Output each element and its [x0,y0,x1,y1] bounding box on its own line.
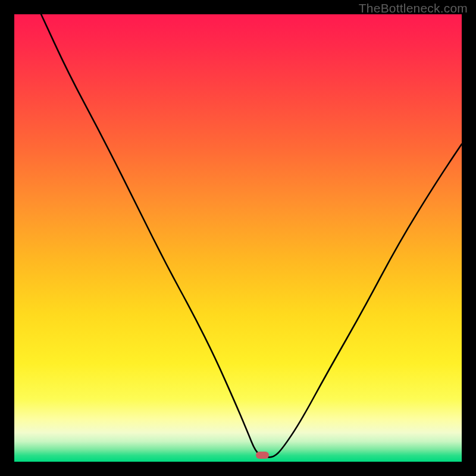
bottleneck-curve [14,14,462,462]
watermark-label: TheBottleneck.com [359,1,468,15]
optimal-marker [256,452,269,459]
plot-area [14,14,462,462]
chart-frame: TheBottleneck.com [0,0,476,476]
